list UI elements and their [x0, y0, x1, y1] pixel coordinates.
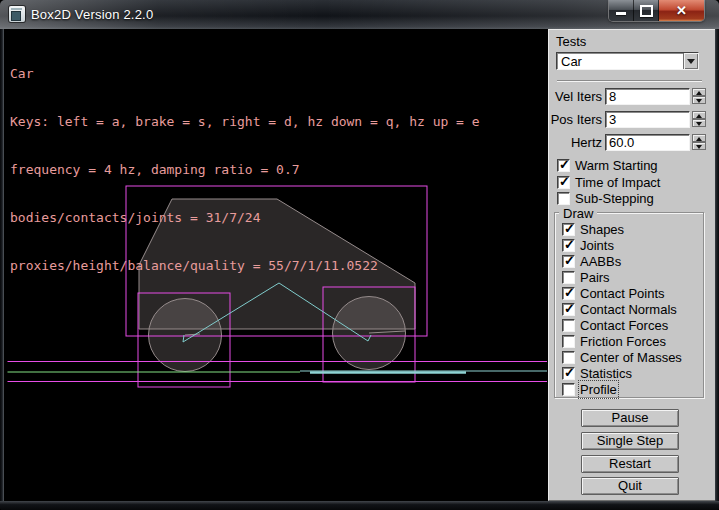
- minimize-button[interactable]: [609, 0, 633, 21]
- pause-button[interactable]: Pause: [581, 409, 679, 427]
- contact-points-label[interactable]: Contact Points: [580, 286, 665, 301]
- arrow-up-icon: [696, 91, 702, 95]
- pos-iters-row: Pos Iters: [549, 112, 716, 127]
- frequency-text: frequency = 4 hz, damping ratio = 0.7: [10, 162, 480, 178]
- control-panel: Tests Car Vel Iters Pos Iters: [548, 29, 715, 501]
- window-title: Box2D Version 2.2.0: [31, 7, 153, 22]
- arrow-down-icon: [696, 99, 702, 103]
- contact-normals-label[interactable]: Contact Normals: [580, 302, 677, 317]
- friction-forces-checkbox[interactable]: [562, 335, 575, 348]
- hertz-up-button[interactable]: [692, 134, 706, 142]
- sub-stepping-checkbox[interactable]: [557, 192, 570, 205]
- vel-iters-stepper: [692, 88, 706, 105]
- app-icon: [9, 6, 25, 22]
- maximize-button[interactable]: [633, 0, 659, 21]
- contact-points-checkbox[interactable]: ✓: [562, 287, 575, 300]
- pos-iters-label: Pos Iters: [551, 112, 602, 127]
- vel-iters-up-button[interactable]: [692, 88, 706, 96]
- vel-iters-label: Vel Iters: [555, 89, 602, 104]
- profile-checkbox[interactable]: [562, 383, 575, 396]
- joints-checkbox[interactable]: ✓: [562, 239, 575, 252]
- statistics-label[interactable]: Statistics: [580, 366, 632, 381]
- simulation-viewport[interactable]: Car Keys: left = a, brake = s, right = d…: [4, 29, 548, 501]
- shapes-label[interactable]: Shapes: [580, 222, 624, 237]
- pos-iters-stepper: [692, 111, 706, 128]
- joints-label[interactable]: Joints: [580, 238, 614, 253]
- vel-iters-down-button[interactable]: [692, 96, 706, 104]
- debug-text-overlay: Car Keys: left = a, brake = s, right = d…: [10, 34, 480, 306]
- close-icon: ✕: [676, 4, 687, 17]
- maximize-icon: [640, 5, 653, 17]
- hertz-stepper: [692, 134, 706, 151]
- time-of-impact-checkbox[interactable]: ✓: [557, 176, 570, 189]
- contact-normals-checkbox[interactable]: ✓: [562, 303, 575, 316]
- sub-stepping-label[interactable]: Sub-Stepping: [575, 191, 654, 206]
- vel-iters-input[interactable]: [605, 88, 690, 105]
- pos-iters-down-button[interactable]: [692, 119, 706, 127]
- shapes-checkbox[interactable]: ✓: [562, 223, 575, 236]
- hertz-row: Hertz: [549, 135, 716, 150]
- arrow-down-icon: [696, 145, 702, 149]
- restart-button[interactable]: Restart: [581, 455, 679, 473]
- title-bar[interactable]: Box2D Version 2.2.0 ✕: [0, 0, 719, 29]
- center-of-masses-checkbox[interactable]: [562, 351, 575, 364]
- time-of-impact-label[interactable]: Time of Impact: [575, 175, 660, 190]
- aabbs-checkbox[interactable]: ✓: [562, 255, 575, 268]
- test-name-text: Car: [10, 66, 480, 82]
- hertz-input[interactable]: [605, 134, 690, 151]
- proxy-stats-text: proxies/height/balance/quality = 55/7/1/…: [10, 258, 480, 274]
- window-frame-bottom: [0, 501, 719, 510]
- arrow-down-icon: [696, 122, 702, 126]
- chevron-down-icon: [687, 59, 695, 64]
- pos-iters-up-button[interactable]: [692, 111, 706, 119]
- vel-iters-row: Vel Iters: [549, 89, 716, 104]
- center-of-masses-label[interactable]: Center of Masses: [580, 350, 682, 365]
- tests-dropdown-button[interactable]: [683, 53, 698, 69]
- hertz-down-button[interactable]: [692, 142, 706, 150]
- pairs-checkbox[interactable]: [562, 271, 575, 284]
- pos-iters-input[interactable]: [605, 111, 690, 128]
- arrow-up-icon: [696, 137, 702, 141]
- aabbs-label[interactable]: AABBs: [580, 254, 621, 269]
- quit-button[interactable]: Quit: [581, 477, 679, 495]
- app-window: Box2D Version 2.2.0 ✕: [0, 0, 719, 510]
- contact-forces-checkbox[interactable]: [562, 319, 575, 332]
- keys-help-text: Keys: left = a, brake = s, right = d, hz…: [10, 114, 480, 130]
- arrow-up-icon: [696, 114, 702, 118]
- separator: [557, 80, 702, 82]
- friction-forces-label[interactable]: Friction Forces: [580, 334, 666, 349]
- pairs-label[interactable]: Pairs: [580, 270, 610, 285]
- draw-group-label: Draw: [559, 206, 597, 221]
- close-button[interactable]: ✕: [659, 0, 704, 21]
- single-step-button[interactable]: Single Step: [581, 432, 679, 450]
- tests-dropdown-value: Car: [561, 54, 582, 69]
- minimize-icon: [616, 12, 626, 15]
- warm-starting-checkbox[interactable]: ✓: [557, 159, 570, 172]
- caption-buttons: ✕: [609, 0, 704, 21]
- body-stats-text: bodies/contacts/joints = 31/7/24: [10, 210, 480, 226]
- tests-label: Tests: [556, 34, 586, 49]
- statistics-checkbox[interactable]: ✓: [562, 367, 575, 380]
- contact-forces-label[interactable]: Contact Forces: [580, 318, 668, 333]
- hertz-label: Hertz: [571, 135, 602, 150]
- profile-label[interactable]: Profile: [580, 382, 617, 397]
- warm-starting-label[interactable]: Warm Starting: [575, 158, 658, 173]
- tests-dropdown[interactable]: Car: [556, 52, 699, 70]
